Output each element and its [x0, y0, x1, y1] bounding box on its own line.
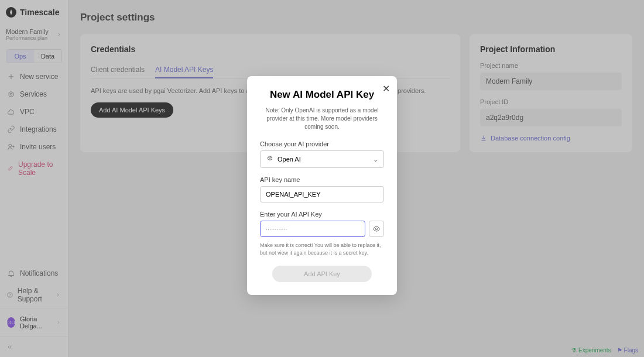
add-api-key-submit[interactable]: Add API Key [272, 266, 372, 282]
api-key-hint: Make sure it is correct! You will be abl… [260, 242, 384, 256]
modal-title: New AI Model API Key [260, 89, 384, 101]
chevron-down-icon: ⌄ [373, 156, 378, 163]
modal-note: Note: Only OpenAI is supported as a mode… [260, 107, 384, 131]
openai-icon [266, 155, 274, 163]
api-key-name-input[interactable] [260, 186, 384, 202]
api-key-label: Enter your AI API Key [260, 211, 384, 218]
close-icon: ✕ [382, 84, 390, 94]
api-key-name-label: API key name [260, 176, 384, 183]
provider-select[interactable]: Open AI ⌄ [260, 150, 384, 168]
new-api-key-modal: ✕ New AI Model API Key Note: Only OpenAI… [247, 76, 397, 295]
toggle-visibility-button[interactable] [369, 221, 384, 237]
api-key-input[interactable] [260, 221, 365, 237]
modal-overlay[interactable]: ✕ New AI Model API Key Note: Only OpenAI… [0, 0, 644, 357]
close-button[interactable]: ✕ [382, 83, 390, 94]
provider-label: Choose your AI provider [260, 140, 384, 147]
provider-value: Open AI [278, 156, 301, 163]
eye-icon [372, 225, 381, 233]
svg-point-9 [375, 228, 378, 230]
